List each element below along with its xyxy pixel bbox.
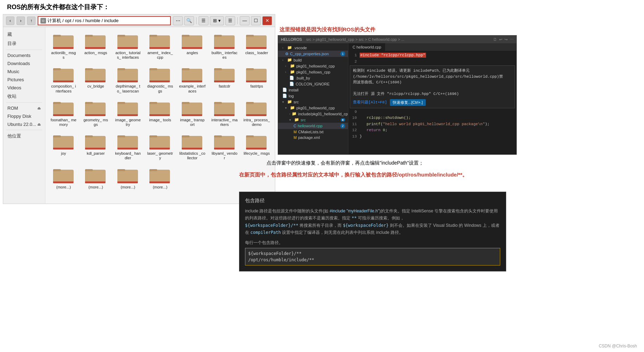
tree-item-helloworld-cpp[interactable]: C helloworld.cpp 2 — [278, 123, 348, 129]
folder-icon — [149, 32, 170, 50]
folder-item[interactable]: depthimage_ to_ laserscan — [113, 64, 143, 95]
folder-label: class_ loader — [245, 51, 268, 55]
folder-item[interactable]: action_ tutorials_ interfaces — [113, 31, 143, 61]
folder-item[interactable]: image_ tools — [146, 98, 175, 128]
close-button[interactable]: ✕ — [262, 16, 272, 25]
sidebar-divider2 — [6, 102, 42, 103]
folder-item[interactable]: image_ transport — [178, 98, 207, 128]
editor-tab-helloworld[interactable]: C helloworld.cpp — [348, 43, 386, 51]
tree-item-log[interactable]: 📄 log — [278, 93, 348, 99]
folder-icon — [117, 32, 139, 50]
minimize-button[interactable]: — — [240, 16, 250, 25]
folder-item[interactable]: kdl_parser — [81, 131, 111, 162]
folder-item[interactable]: diagnostic_ msgs — [146, 64, 175, 95]
svg-rect-83 — [246, 114, 266, 116]
include-path-input[interactable]: ${workspaceFolder}/** /opt/ros/humble/in… — [245, 248, 500, 265]
folder-item[interactable]: actionlib_ msgs — [49, 31, 78, 61]
folder-item[interactable]: fastcdr — [210, 64, 239, 95]
tree-item-built-by[interactable]: 📄 .built_by — [278, 75, 348, 81]
sidebar-item-music[interactable]: Music — [3, 68, 45, 76]
view-list-button[interactable]: ☰ — [199, 16, 208, 25]
folder-item[interactable]: class_ loader — [242, 31, 271, 61]
folder-label: fastrtps — [250, 84, 263, 89]
folder-item[interactable]: libyaml_ vendor — [210, 131, 239, 162]
tree-item-install[interactable]: 📄 install — [278, 87, 348, 93]
tree-item-vscode[interactable]: › 📁 .vscode — [278, 45, 348, 51]
sidebar-item-directory[interactable]: 目录 — [3, 39, 45, 48]
view-options-button[interactable]: ☰ — [225, 16, 235, 25]
tree-item-package-xml[interactable]: M package.xml — [278, 135, 348, 140]
folder-item[interactable]: ament_ index_cpp — [146, 31, 175, 61]
folder-item[interactable]: action_ msgs — [81, 31, 111, 61]
tree-item-pkg01-hellows[interactable]: › 📁 pkg01_hellows_cpp — [278, 69, 348, 75]
folder-icon — [214, 32, 235, 50]
folder-item[interactable]: intra_ process_ demo — [242, 98, 271, 128]
address-bar[interactable]: ⊙ 计算机 / opt / ros / humble / include — [38, 16, 171, 25]
folder-item[interactable]: libstatistics _collector — [178, 131, 207, 162]
folder-label: laser_ geometry — [147, 151, 174, 160]
folder-item[interactable]: (more...) — [146, 165, 175, 191]
tree-item-src[interactable]: ▾ 📁 src — [278, 99, 348, 105]
nav-up-button[interactable]: ↑ — [27, 17, 36, 25]
svg-rect-72 — [182, 103, 202, 116]
folder-item[interactable]: composition_ interfaces — [49, 64, 78, 95]
sidebar-item-videos[interactable]: Videos — [3, 84, 45, 92]
code-line-9: 9 — [348, 109, 516, 115]
svg-rect-29 — [53, 68, 61, 70]
folder-item[interactable]: builtin_ interfaces — [210, 31, 239, 61]
folder-item[interactable]: interactive_ markers — [210, 98, 239, 128]
more-options-button[interactable]: ⋯ — [173, 16, 183, 25]
error-tooltip: 检测到 #include 错误。请更新 includePath。已为此翻译单元 … — [350, 65, 515, 108]
folder-label: example_ interfaces — [179, 84, 206, 93]
folder-item[interactable]: cv_bridge — [81, 64, 111, 95]
tree-item-cmakelists[interactable]: M CMakeLists.txt — [278, 129, 348, 135]
folder-item[interactable]: keyboard_ handler — [113, 131, 143, 162]
tree-item-pkg01-hw[interactable]: ▾ 📁 pkg01_helloworld_cpp — [278, 105, 348, 111]
folder-icon — [85, 32, 106, 50]
folder-item[interactable]: foonathan_ memory — [49, 98, 78, 128]
folder-item[interactable]: example_ interfaces — [178, 64, 207, 95]
quick-fix-button[interactable]: 快速修复...[Ctrl+.] — [390, 99, 426, 106]
maximize-button[interactable]: ☐ — [251, 16, 261, 25]
sidebar-item-floppy[interactable]: Floppy Disk — [3, 112, 45, 120]
nav-back-button[interactable]: ‹ — [6, 17, 14, 25]
vscode-editor: C helloworld.cpp 1 #include "rclcpp/rclc… — [348, 43, 516, 154]
eject-icon: ⏏ — [37, 106, 41, 110]
sidebar-item-ubuntu[interactable]: Ubuntu 22.0... ⏏ — [3, 120, 45, 128]
tree-item-colcon[interactable]: 📄 COLCON_IGNORE — [278, 81, 348, 87]
view-grid-button[interactable]: ⊞ ▾ — [210, 16, 224, 25]
view-problem-link[interactable]: 查看问题[Alt+F8] — [353, 100, 387, 105]
sidebar-item-downloads[interactable]: Downloads — [3, 59, 45, 68]
tree-item-pkg01[interactable]: › 📁 pkg01_helloworld_cpp — [278, 63, 348, 69]
sidebar-item-other[interactable]: 他位置 — [3, 132, 45, 141]
sidebar-item-pictures[interactable]: Pictures — [3, 76, 45, 84]
tree-item-cpp-properties[interactable]: ⚙ C_cpp_properties.json 1 — [278, 51, 348, 57]
folder-item[interactable]: (more...) — [49, 165, 78, 191]
folder-item[interactable]: laser_ geometry — [146, 131, 175, 162]
tree-item-build[interactable]: › 📁 build — [278, 57, 348, 63]
sidebar-item-rom[interactable]: ROM ⏏ — [3, 104, 45, 112]
folder-item[interactable]: (more...) — [113, 165, 143, 191]
folder-item[interactable]: joy — [49, 131, 78, 162]
sidebar-item-favorites[interactable]: 藏 — [3, 30, 45, 39]
sidebar-item-trash[interactable]: 收站 — [3, 92, 45, 101]
svg-rect-20 — [214, 36, 234, 49]
folder-item[interactable]: lifecycle_ msgs — [242, 131, 271, 162]
svg-rect-109 — [246, 135, 254, 137]
folder-item[interactable]: fastrtps — [242, 64, 271, 95]
search-button[interactable]: 🔍 — [184, 16, 194, 25]
folder-item[interactable]: angles — [178, 31, 207, 61]
folder-item[interactable]: (more...) — [81, 165, 111, 191]
folder-item[interactable]: image_ geometry — [113, 98, 143, 128]
tree-item-src2[interactable]: ▾ 📁 src ● — [278, 117, 348, 123]
folder-label: foonathan_ memory — [50, 118, 77, 127]
folder-item[interactable]: geometry_ msgs — [81, 98, 111, 128]
sidebar-item-documents[interactable]: Documents — [3, 51, 45, 59]
folder-icon — [149, 99, 170, 117]
nav-forward-button[interactable]: › — [17, 17, 25, 25]
file-manager-sidebar: 藏 目录 Documents Downloads Music Pictures … — [3, 27, 45, 204]
tree-item-include-pkg[interactable]: › 📁 include/pkg01_helloworld_cpp — [278, 111, 348, 117]
svg-rect-111 — [246, 148, 266, 149]
sidebar-item-ubuntu-label: Ubuntu 22.0... — [7, 122, 36, 127]
svg-rect-80 — [246, 103, 266, 116]
